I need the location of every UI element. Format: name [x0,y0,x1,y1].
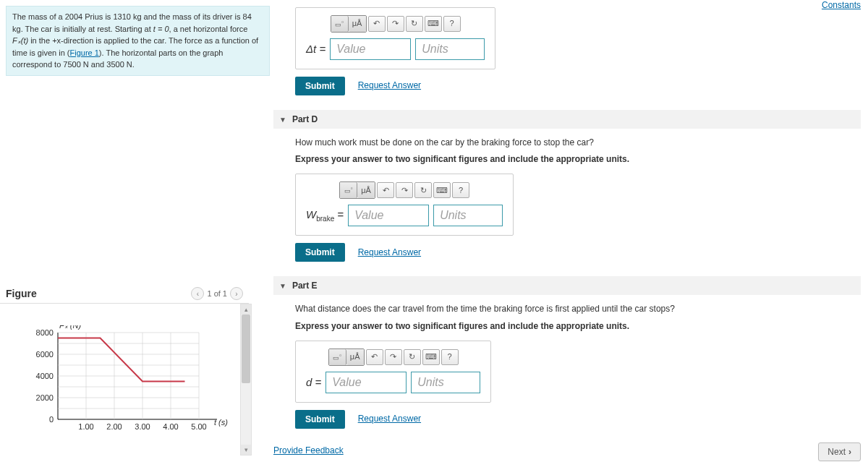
part-e-instructions: Express your answer to two significant f… [295,320,852,333]
template-button[interactable]: ▭▫ [340,182,357,198]
units-input-e[interactable] [411,372,480,393]
problem-text: and 3500 [89,60,127,69]
problem-text: The mass of a 2004 Prius is 1310 [12,12,133,21]
xtick: 5.00 [191,422,206,431]
redo-button[interactable]: ↷ [385,349,402,365]
part-d-instructions: Express your answer to two significant f… [295,153,852,166]
figure-link[interactable]: Figure 1 [69,48,98,57]
collapse-icon: ▼ [279,282,286,290]
submit-button-e[interactable]: Submit [295,410,345,429]
submit-button-d[interactable]: Submit [295,243,345,262]
submit-button-c[interactable]: Submit [295,77,345,95]
problem-text: and the mass of its driver is 84 [142,12,252,21]
keyboard-button[interactable]: ⌨ [433,182,451,198]
x-axis-label: t (s) [214,418,228,427]
format-toolbar: ▭▫ μÅ ↶ ↷ ↻ ⌨ ? [306,15,485,33]
problem-text: . [132,60,135,69]
part-d-title: Part D [292,114,318,124]
problem-statement: The mass of a 2004 Prius is 1310 kg and … [6,6,270,76]
provide-feedback-link[interactable]: Provide Feedback [273,445,344,455]
help-button[interactable]: ? [443,16,461,32]
reset-button[interactable]: ↻ [414,182,432,198]
help-button[interactable]: ? [452,182,469,198]
xtick: 4.00 [163,422,178,431]
figure-prev-button[interactable]: ‹ [191,287,204,300]
units-button[interactable]: μÅ [357,182,375,198]
part-d-header[interactable]: ▼ Part D [273,110,861,129]
y-axis-label: Fₓ (N) [59,325,81,330]
value-input-e[interactable] [326,372,407,393]
redo-button[interactable]: ↷ [396,182,413,198]
request-answer-link-d[interactable]: Request Answer [358,246,421,260]
var-t: t = 0 [153,25,169,33]
unit-kg: kg [12,25,21,33]
figure-pager: 1 of 1 [207,289,227,298]
part-e-title: Part E [292,281,318,291]
figure-panel: Figure ‹ 1 of 1 › [0,287,249,450]
collapse-icon: ▼ [279,116,286,124]
help-button[interactable]: ? [441,349,459,365]
unit-n: N [127,60,132,69]
figure-graph: 8000 6000 4000 2000 0 1.00 2.00 3.00 4.0… [0,304,249,450]
scroll-down-icon[interactable]: ▾ [241,445,251,455]
answer-box-c: ▭▫ μÅ ↶ ↷ ↻ ⌨ ? Δt = [295,7,495,69]
format-toolbar: ▭▫ μÅ ↶ ↷ ↻ ⌨ ? [306,348,480,366]
value-input-c[interactable] [330,38,411,60]
redo-button[interactable]: ↷ [387,16,404,32]
xtick: 1.00 [78,422,93,431]
part-d-section: ▼ Part D How much work must be done on t… [273,110,861,270]
figure-title: Figure [6,288,37,299]
units-button[interactable]: μÅ [349,16,366,32]
scroll-up-icon[interactable]: ▴ [241,304,251,315]
ytick: 2000 [36,393,54,402]
template-button[interactable]: ▭▫ [329,349,346,365]
part-e-section: ▼ Part E What distance does the car trav… [273,276,861,437]
value-input-d[interactable] [348,205,429,226]
xtick: 2.00 [106,422,122,431]
units-button[interactable]: μÅ [346,349,364,365]
answer-box-e: ▭▫ μÅ ↶ ↷ ↻ ⌨ ? d = [295,341,491,403]
figure-next-button[interactable]: › [230,287,243,300]
part-c-section: ▭▫ μÅ ↶ ↷ ↻ ⌨ ? Δt = Submit Request An [273,0,861,104]
request-answer-link-c[interactable]: Request Answer [358,79,421,93]
undo-button[interactable]: ↶ [377,182,394,198]
part-d-question: How much work must be done on the car by… [295,136,852,150]
unit-kg: kg [133,12,142,21]
undo-button[interactable]: ↶ [366,349,383,365]
part-e-question: What distance does the car travel from t… [295,302,852,316]
units-input-d[interactable] [433,205,503,226]
problem-text: , a net horizontal force [169,25,248,33]
part-e-header[interactable]: ▼ Part E [273,276,861,295]
var-label-d: d = [306,374,321,391]
var-label-wbrake: Wbrake = [306,206,344,225]
ytick: 8000 [36,328,54,337]
request-answer-link-e[interactable]: Request Answer [358,412,421,426]
var-label-dt: Δt = [306,40,326,58]
chevron-right-icon: › [848,447,851,457]
reset-button[interactable]: ↻ [404,349,421,365]
var-fx: Fₓ(t) [12,36,28,45]
figure-scrollbar[interactable]: ▴ ▾ [240,304,252,455]
xtick: 3.00 [135,422,150,431]
keyboard-button[interactable]: ⌨ [422,349,440,365]
scroll-thumb[interactable] [242,315,250,383]
answer-box-d: ▭▫ μÅ ↶ ↷ ↻ ⌨ ? Wbrake = [295,174,514,236]
reset-button[interactable]: ↻ [406,16,423,32]
template-button[interactable]: ▭▫ [331,16,349,32]
format-toolbar: ▭▫ μÅ ↶ ↷ ↻ ⌨ ? [306,181,503,199]
units-input-c[interactable] [415,38,485,60]
keyboard-button[interactable]: ⌨ [425,16,442,32]
ytick: 6000 [36,350,54,359]
problem-text: . The car is initially at rest. Starting… [21,25,153,33]
ytick: 0 [49,415,54,424]
ytick: 4000 [36,372,54,380]
unit-n: N [83,60,89,69]
next-button[interactable]: Next› [818,442,861,461]
undo-button[interactable]: ↶ [368,16,386,32]
